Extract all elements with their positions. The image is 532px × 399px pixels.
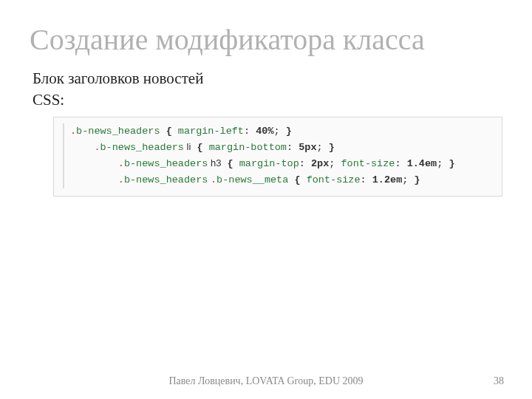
selector-dot-2: .: [211, 174, 216, 185]
space: [293, 142, 299, 153]
selector-dot: .: [118, 158, 124, 169]
footer-text: Павел Ловцевич, LOVATA Group, EDU 2009: [0, 375, 532, 387]
slide: Создание модификатора класса Блок заголо…: [0, 0, 532, 399]
space: [203, 142, 209, 153]
selector-dot: .: [118, 174, 124, 185]
slide-title: Создание модификатора класса: [0, 0, 532, 62]
selector-name: b-news_headers: [100, 142, 184, 153]
brace-open: {: [294, 174, 300, 185]
space: [401, 158, 407, 169]
code-line: .b-news_headers .b-news__meta { font-siz…: [63, 172, 494, 188]
brace-close: }: [449, 158, 454, 169]
selector-name: b-news_headers: [76, 126, 160, 137]
semicolon: ;: [317, 142, 323, 153]
space: [408, 174, 414, 185]
indent: [70, 142, 94, 153]
code-line: .b-news_headers li { margin-bottom: 5px;…: [63, 140, 494, 156]
selector-name: b-news_headers: [124, 174, 208, 185]
space: [301, 174, 307, 185]
selector-name: b-news_headers: [124, 158, 208, 169]
indent: [70, 158, 118, 169]
code-line: .b-news_headers h3 { margin-top: 2px; fo…: [63, 156, 494, 172]
brace-close: }: [286, 126, 292, 137]
brace-open: {: [197, 142, 202, 153]
space: [280, 126, 286, 137]
space: [172, 126, 178, 137]
colon: :: [299, 158, 305, 169]
space: [335, 158, 341, 169]
space: [366, 174, 372, 185]
page-number: 38: [494, 375, 504, 387]
selector-dot: .: [70, 126, 76, 137]
space: [323, 142, 329, 153]
css-value: 2px: [311, 158, 329, 169]
css-value: 5px: [299, 142, 316, 153]
colon: :: [244, 126, 250, 137]
space: [250, 126, 256, 137]
brace-open: {: [166, 126, 172, 137]
space: [160, 126, 166, 137]
colon: :: [287, 142, 293, 153]
css-prop: margin-bottom: [209, 142, 287, 153]
selector-element: h3: [208, 157, 221, 168]
css-prop: margin-top: [239, 158, 299, 169]
selector-name-2: b-news__meta: [216, 174, 288, 185]
css-prop: margin-left: [178, 126, 244, 137]
css-value: 40%: [256, 126, 273, 137]
space: [221, 158, 227, 169]
selector-dot: .: [94, 142, 100, 153]
subtitle-line-2: CSS:: [33, 91, 502, 109]
brace-close: }: [415, 174, 420, 185]
space: [305, 158, 311, 169]
code-block: .b-news_headers { margin-left: 40%; } .b…: [53, 117, 502, 197]
css-value: 1.4em: [407, 158, 437, 169]
colon: :: [361, 174, 366, 185]
semicolon: ;: [274, 126, 280, 137]
css-prop: font-size: [307, 174, 361, 185]
subtitle-line-1: Блок заголовков новостей: [33, 69, 502, 88]
indent: [70, 174, 118, 185]
css-value: 1.2em: [372, 174, 403, 185]
space: [233, 158, 239, 169]
brace-close: }: [329, 142, 335, 153]
colon: :: [395, 158, 400, 169]
selector-element: li: [184, 141, 191, 152]
code-line: .b-news_headers { margin-left: 40%; }: [63, 123, 494, 140]
brace-open: {: [228, 158, 233, 169]
css-prop: font-size: [341, 158, 395, 169]
slide-body: Блок заголовков новостей CSS:: [0, 62, 532, 109]
